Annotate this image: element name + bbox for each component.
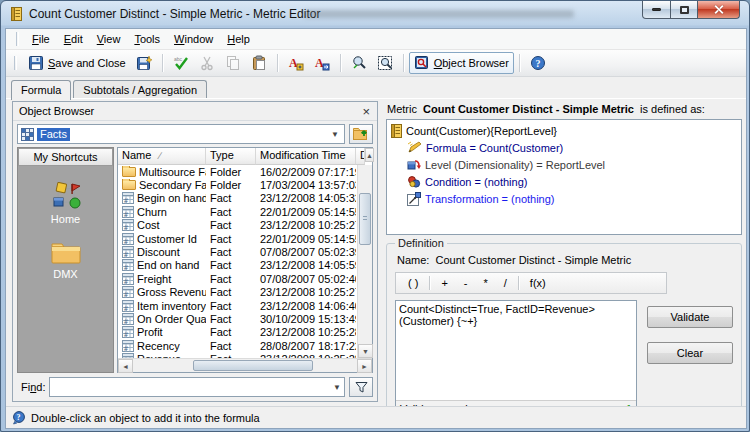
object-browser-button[interactable]: Object Browser — [409, 52, 514, 74]
shortcut-dmx-label: DMX — [53, 268, 77, 280]
multiply-button[interactable]: * — [476, 275, 496, 291]
up-folder-icon — [353, 127, 370, 141]
table-row[interactable]: # Begin on handFact23/12/2008 14:05:32 — [118, 192, 357, 205]
tree-item-condition[interactable]: Condition = (nothing) — [389, 173, 739, 190]
tree-item-transformation[interactable]: Transformation = (nothing) — [389, 190, 739, 207]
clear-button[interactable]: Clear — [647, 342, 733, 364]
fact-icon: # — [122, 192, 134, 204]
find-input[interactable]: ▼ — [49, 377, 345, 397]
hint-icon: ? — [12, 411, 26, 425]
folder-icon — [122, 180, 136, 190]
title-bar[interactable]: Count Customer Distinct - Simple Metric … — [2, 1, 748, 27]
scroll-left-button[interactable]: ◄ — [118, 359, 133, 373]
tab-formula[interactable]: Formula — [11, 80, 71, 100]
vertical-scrollbar-thumb[interactable] — [359, 193, 371, 245]
column-header-modification-time[interactable]: Modification Time — [256, 148, 356, 165]
metric-defined-as-line: Metric Count Customer Distinct - Simple … — [387, 103, 742, 115]
column-header-type[interactable]: Type — [206, 148, 256, 165]
my-shortcuts-header[interactable]: My Shortcuts — [18, 148, 113, 166]
table-row[interactable]: # On Order QuantityFact30/10/2009 15:13:… — [118, 312, 357, 325]
minimize-button[interactable] — [642, 1, 671, 19]
validate-icon: abc — [173, 55, 189, 71]
help-button[interactable]: ? — [525, 52, 551, 74]
table-row[interactable]: # End on handFact23/12/2008 14:05:59 — [118, 259, 357, 272]
formula-expression-input[interactable]: Count<Distinct=True, FactID=Revenue>(Cus… — [396, 301, 636, 400]
table-row[interactable]: # ProfitFact23/12/2008 10:25:28 — [118, 326, 357, 339]
shortcut-home[interactable]: Home — [49, 182, 83, 225]
validate-expression-button[interactable]: Validate — [647, 306, 733, 328]
function-button[interactable]: f(x) — [522, 275, 554, 291]
table-row[interactable]: # RecencyFact28/08/2007 18:17:22 — [118, 339, 357, 352]
svg-text:abc: abc — [174, 56, 183, 62]
menu-view[interactable]: View — [90, 31, 128, 47]
scroll-up-button[interactable]: ▲ — [365, 148, 374, 162]
status-hint-text: Double-click an object to add it into th… — [31, 412, 260, 424]
table-row[interactable]: # Item inventoryFact23/12/2008 14:06:40M… — [118, 299, 357, 312]
scroll-down-button[interactable]: ▼ — [358, 344, 373, 358]
menu-window[interactable]: Window — [167, 31, 220, 47]
preview-button[interactable] — [372, 52, 398, 74]
column-header-description[interactable]: De — [356, 148, 365, 165]
column-header-name[interactable]: Name∕ — [118, 148, 206, 165]
menu-file[interactable]: File — [25, 31, 57, 47]
tree-item-level[interactable]: Level (Dimensionality) = ReportLevel — [389, 156, 739, 173]
minus-button[interactable]: - — [456, 275, 476, 291]
menu-bar: FileEditViewToolsWindowHelp — [6, 29, 746, 50]
scroll-right-button[interactable]: ► — [357, 359, 372, 373]
close-button[interactable] — [698, 1, 740, 19]
metric-name: Count Customer Distinct - Simple Metric — [423, 103, 634, 115]
toolbar: Save and Close abc A A — [6, 50, 746, 77]
object-browser-panel: Object Browser × Facts ▼ M — [12, 101, 378, 402]
horizontal-scrollbar-thumb[interactable] — [193, 360, 313, 371]
minimize-icon — [652, 8, 661, 11]
table-row[interactable]: Secondary FactsFolder17/03/2004 13:57:03 — [118, 178, 357, 191]
validate-button[interactable]: abc — [168, 52, 194, 74]
find-dropdown-icon[interactable]: ▼ — [330, 383, 344, 392]
table-row[interactable]: # Gross RevenueFact23/12/2008 10:25:27 — [118, 286, 357, 299]
cut-button[interactable] — [194, 52, 220, 74]
metric-name-line: Name: Count Customer Distinct - Simple M… — [397, 254, 733, 266]
filter-button[interactable] — [349, 377, 373, 397]
paste-button[interactable] — [246, 52, 272, 74]
table-row[interactable]: # ChurnFact22/01/2009 05:14:55 — [118, 205, 357, 218]
rename-button[interactable]: A — [309, 52, 335, 74]
svg-text:#: # — [124, 264, 128, 271]
svg-text:?: ? — [535, 58, 540, 69]
svg-text:#: # — [124, 291, 128, 298]
shortcut-dmx[interactable]: DMX — [50, 241, 82, 280]
zoom-button[interactable] — [346, 52, 372, 74]
status-bar: ? Double-click an object to add it into … — [6, 406, 746, 428]
table-row[interactable]: Multisource FactsFolder16/02/2009 07:17:… — [118, 165, 357, 178]
table-row[interactable]: # Customer IdFact22/01/2009 05:14:55 — [118, 232, 357, 245]
maximize-button[interactable] — [671, 1, 698, 19]
fact-icon: # — [122, 259, 134, 271]
toolbar-separator — [403, 54, 404, 72]
menu-tools[interactable]: Tools — [127, 31, 167, 47]
table-row[interactable]: # DiscountFact07/08/2007 05:02:39 — [118, 245, 357, 258]
panel-close-icon[interactable]: × — [359, 106, 373, 117]
formula-editor: Count<Distinct=True, FactID=Revenue>(Cus… — [395, 300, 637, 418]
insert-function-button[interactable]: A — [283, 52, 309, 74]
location-combobox[interactable]: Facts ▼ — [17, 124, 345, 144]
combo-dropdown-icon[interactable]: ▼ — [328, 130, 342, 139]
ghost-background-title — [304, 10, 574, 18]
my-shortcuts-panel: My Shortcuts Home — [17, 147, 114, 373]
save-and-close-button[interactable]: Save and Close — [23, 52, 131, 74]
copy-button[interactable] — [220, 52, 246, 74]
divide-button[interactable]: / — [496, 275, 515, 291]
save-as-button[interactable] — [131, 52, 157, 74]
metric-editor-window: Count Customer Distinct - Simple Metric … — [0, 0, 750, 432]
table-row[interactable]: # CostFact23/12/2008 10:25:27 — [118, 219, 357, 232]
menu-help[interactable]: Help — [220, 31, 257, 47]
table-row[interactable]: # FreightFact07/08/2007 05:02:40 — [118, 272, 357, 285]
horizontal-scrollbar[interactable]: ◄ ► — [118, 358, 372, 372]
tab-subtotals-aggregation[interactable]: Subtotals / Aggregation — [73, 80, 207, 99]
tree-item-metric[interactable]: Count(Customer){ReportLevel} — [389, 122, 739, 139]
parentheses-button[interactable]: ( ) — [400, 275, 426, 291]
up-one-level-button[interactable] — [349, 124, 373, 144]
vertical-scrollbar[interactable]: ▼ — [357, 165, 372, 358]
tree-item-formula[interactable]: Formula = Count(Customer) — [389, 139, 739, 156]
plus-button[interactable]: + — [433, 275, 455, 291]
metric-name-value: Count Customer Distinct - Simple Metric — [436, 254, 632, 266]
menu-edit[interactable]: Edit — [57, 31, 90, 47]
